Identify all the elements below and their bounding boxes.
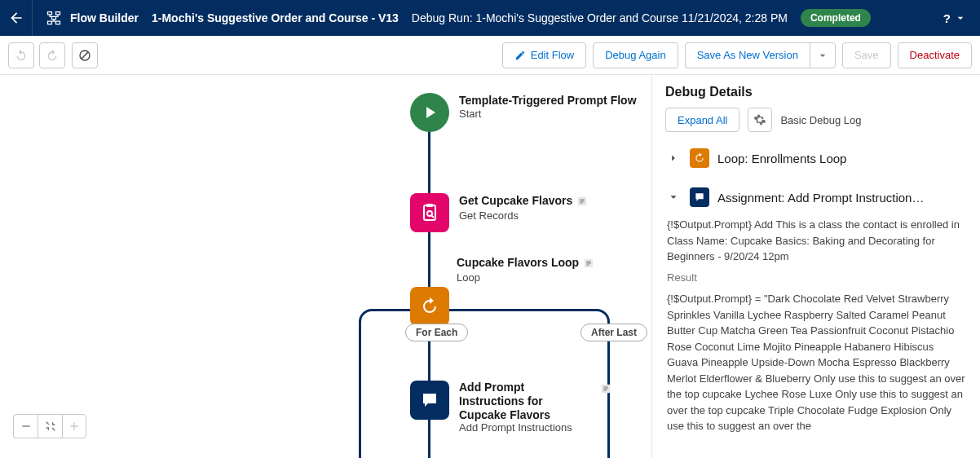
debug-again-label: Debug Again	[605, 49, 665, 61]
caret-down-icon	[816, 49, 829, 62]
svg-line-5	[431, 215, 434, 218]
result-label: Result	[667, 270, 967, 287]
debug-item-assignment[interactable]: Assignment: Add Prompt Instruction…	[665, 174, 967, 214]
save-as-label: Save As New Version	[697, 49, 798, 61]
redo-button	[39, 42, 65, 68]
status-badge: Completed	[801, 9, 871, 27]
loop-arrow-icon	[420, 297, 439, 316]
debug-details-panel: Debug Details Expand All Basic Debug Log…	[652, 75, 980, 458]
arrow-left-icon	[8, 10, 24, 26]
zoom-fit-button[interactable]	[38, 414, 62, 438]
assignment-node[interactable]: Add Prompt Instructions for Cupcake Flav…	[410, 381, 614, 434]
plus-icon	[68, 420, 81, 433]
start-sub: Start	[459, 108, 637, 120]
debug-item-loop[interactable]: Loop: Enrollments Loop	[665, 142, 967, 174]
chat-icon	[694, 192, 705, 203]
start-title: Template-Triggered Prompt Flow	[459, 93, 637, 108]
connector	[428, 232, 430, 288]
debug-item-title: Loop: Enrollments Loop	[717, 152, 967, 165]
edit-flow-button[interactable]: Edit Flow	[502, 42, 586, 68]
assignment-icon	[410, 381, 449, 420]
connector	[428, 130, 430, 196]
afterlast-label: After Last	[580, 324, 647, 341]
undo-icon	[15, 49, 28, 62]
assignment-title: Add Prompt Instructions for Cupcake Flav…	[459, 381, 589, 421]
caret-down-icon	[954, 11, 967, 24]
gear-icon	[753, 113, 766, 126]
note-icon[interactable]	[576, 195, 590, 209]
debug-settings-button[interactable]	[748, 108, 772, 132]
app-logo-block: Flow Builder	[46, 10, 139, 26]
flow-title: 1-Mochi's Suggestive Order and Course - …	[152, 11, 399, 24]
minus-icon	[20, 420, 33, 433]
debug-panel-title: Debug Details	[652, 75, 980, 108]
debug-list[interactable]: Loop: Enrollments Loop Assignment: Add P…	[652, 142, 980, 458]
save-as-button[interactable]: Save As New Version	[685, 42, 810, 68]
get-records-title: Get Cupcake Flavors	[459, 193, 572, 208]
get-records-node[interactable]: Get Cupcake Flavors Get Records	[410, 193, 590, 232]
back-button[interactable]	[0, 0, 33, 36]
help-icon: ?	[943, 11, 951, 25]
svg-line-1	[82, 52, 88, 59]
foreach-label: For Each	[405, 324, 468, 341]
action-bar: Edit Flow Debug Again Save As New Versio…	[0, 36, 980, 75]
svg-rect-2	[424, 205, 435, 220]
detail-result: {!$Output.Prompt} = "Dark Chocolate Red …	[667, 291, 967, 434]
expand-toggle[interactable]	[665, 150, 682, 166]
assignment-sub: Add Prompt Instructions	[459, 421, 614, 434]
expand-all-button[interactable]: Expand All	[665, 108, 739, 132]
chat-icon	[420, 390, 439, 410]
loop-sub: Loop	[457, 271, 636, 284]
redo-icon	[46, 49, 59, 62]
edit-flow-label: Edit Flow	[531, 49, 574, 61]
flow-canvas[interactable]: Template-Triggered Prompt Flow Start Get…	[0, 75, 652, 458]
flow-builder-icon	[46, 10, 62, 26]
save-as-dropdown[interactable]	[810, 42, 836, 68]
debug-again-button[interactable]: Debug Again	[593, 42, 678, 68]
zoom-out-button[interactable]	[13, 414, 38, 438]
svg-rect-3	[426, 204, 433, 207]
undo-button	[8, 42, 34, 68]
log-type-label: Basic Debug Log	[780, 114, 861, 126]
deactivate-label: Deactivate	[910, 49, 960, 61]
save-label: Save	[854, 49, 879, 61]
help-menu[interactable]: ?	[937, 11, 973, 25]
note-icon[interactable]	[599, 382, 614, 397]
save-button: Save	[842, 42, 891, 68]
zoom-controls	[13, 414, 86, 438]
top-header: Flow Builder 1-Mochi's Suggestive Order …	[0, 0, 980, 36]
assignment-item-icon	[690, 187, 709, 207]
debug-item-details: {!$Output.Prompt} Add This is a class th…	[665, 214, 967, 434]
clipboard-search-icon	[420, 203, 439, 222]
chevron-right-icon	[668, 152, 679, 164]
loop-title: Cupcake Flavors Loop	[457, 255, 579, 270]
save-as-combo: Save As New Version	[685, 42, 836, 68]
loop-item-icon	[690, 148, 709, 168]
play-icon	[420, 103, 439, 122]
loop-icon	[410, 287, 449, 326]
note-icon[interactable]	[582, 257, 597, 271]
zoom-in-button	[62, 414, 86, 438]
app-name: Flow Builder	[70, 11, 139, 24]
get-records-sub: Get Records	[459, 209, 590, 222]
detail-line: {!$Output.Prompt} Add This is a class th…	[667, 217, 967, 265]
start-icon	[410, 93, 449, 132]
expand-all-label: Expand All	[678, 114, 727, 126]
collapse-toggle[interactable]	[665, 189, 682, 205]
block-icon	[78, 49, 91, 62]
loop-arrow-icon	[694, 152, 705, 164]
start-node[interactable]: Template-Triggered Prompt Flow Start	[410, 93, 637, 132]
debug-run-label: Debug Run: 1-Mochi's Suggestive Order an…	[412, 11, 788, 24]
block-button[interactable]	[72, 42, 98, 68]
debug-item-title: Assignment: Add Prompt Instruction…	[717, 191, 967, 205]
deactivate-button[interactable]: Deactivate	[898, 42, 972, 68]
collapse-icon	[44, 420, 57, 433]
get-records-icon	[410, 193, 449, 232]
pencil-icon	[514, 50, 526, 61]
chevron-down-icon	[668, 192, 679, 203]
